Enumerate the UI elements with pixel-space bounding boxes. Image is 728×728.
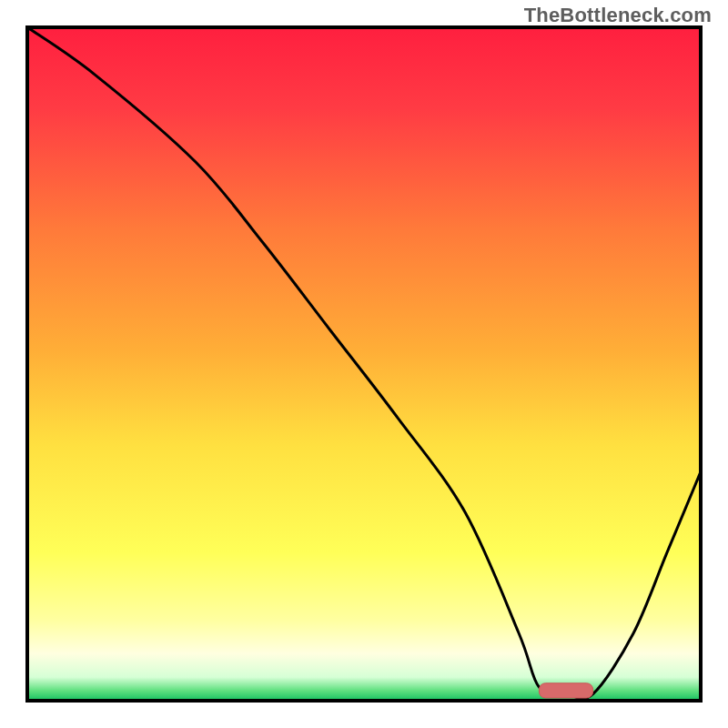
bottleneck-chart (0, 0, 728, 728)
watermark-text: TheBottleneck.com (524, 4, 712, 27)
plot-gradient-fill (27, 27, 701, 701)
chart-stage: TheBottleneck.com (0, 0, 728, 728)
optimal-marker (539, 683, 592, 698)
